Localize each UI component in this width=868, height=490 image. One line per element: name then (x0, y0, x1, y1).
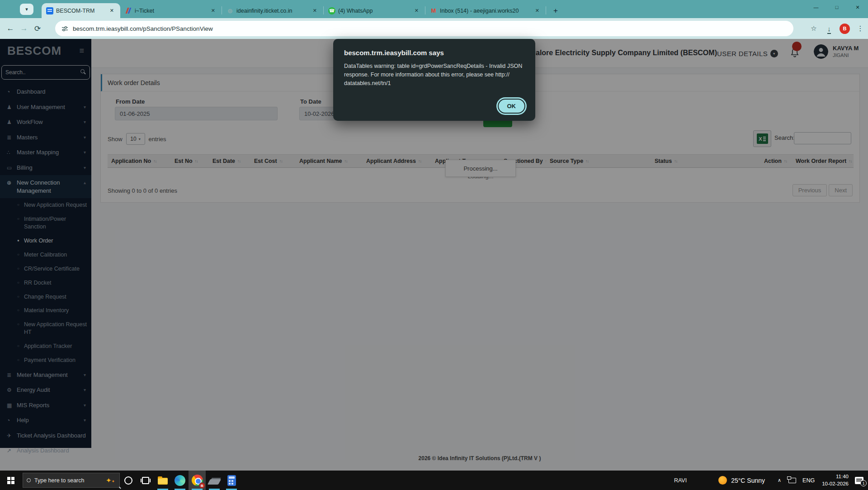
alert-dialog: bescom.trm.ieasybill.com says DataTables… (333, 39, 535, 121)
new-tab-button[interactable]: + (550, 5, 561, 17)
browser-profile-avatar[interactable]: B (840, 24, 850, 34)
tab-title: i~Ticket (135, 8, 206, 14)
reload-button[interactable]: ⟳ (31, 22, 44, 35)
taskbar-username: RAVI (674, 477, 687, 484)
search-icon (27, 478, 31, 482)
action-center-badge: 1 (860, 480, 867, 486)
edge-icon (175, 475, 185, 486)
windows-taskbar: Type here to search ✦✦ B RAVI 25°C Sunny… (0, 471, 868, 490)
forward-button[interactable]: → (17, 22, 31, 35)
tab-inbox[interactable]: M Inbox (514) - aeejigani.works20 ✕ (425, 3, 546, 18)
url-text: bescom.trm.ieasybill.com/pSanction/PSanc… (73, 25, 213, 32)
tab-iticket[interactable]: i~Ticket ✕ (120, 3, 222, 18)
tab-title: (4) WhatsApp (338, 8, 409, 14)
alert-title: bescom.trm.ieasybill.com says (344, 49, 524, 57)
close-window-button[interactable]: ✕ (847, 0, 868, 14)
whatsapp-favicon: ☎ (328, 7, 335, 14)
browser-tabstrip: ▾ BESCOM-TRM ✕ i~Ticket ✕ ⊚ ideainfinity… (0, 0, 868, 18)
tray-expand-icon[interactable]: ∧ (778, 477, 781, 483)
weather-text[interactable]: 25°C Sunny (731, 477, 765, 484)
screen: ▾ BESCOM-TRM ✕ i~Ticket ✕ ⊚ ideainfinity… (0, 0, 868, 490)
taskbar-app-loop[interactable] (120, 471, 137, 490)
language-indicator[interactable]: ENG (802, 477, 815, 484)
globe-favicon: ⊚ (226, 7, 234, 14)
tab-ideainfinity[interactable]: ⊚ ideainfinity.iticket.co.in ✕ (222, 3, 323, 18)
browser-menu-icon[interactable]: ⋮ (853, 24, 868, 33)
maximize-button[interactable]: □ (826, 0, 847, 14)
tab-whatsapp[interactable]: ☎ (4) WhatsApp ✕ (324, 3, 425, 18)
tab-close-icon[interactable]: ✕ (413, 7, 420, 14)
browser-toolbar: ← → ⟳ bescom.trm.ieasybill.com/pSanction… (0, 18, 868, 39)
gmail-favicon: M (430, 7, 437, 14)
bescom-favicon (46, 7, 53, 14)
taskbar-app-calculator[interactable] (223, 471, 240, 490)
taskbar-search-placeholder: Type here to search (34, 477, 84, 484)
copilot-sparkle-icon: ✦✦ (106, 476, 115, 485)
iticket-favicon (125, 7, 132, 14)
windows-logo-icon (7, 477, 14, 484)
taskbar-app-file-explorer[interactable] (154, 471, 171, 490)
system-tray: RAVI 25°C Sunny ∧ ENG 11:40 10-02-2026 1 (674, 471, 868, 490)
task-view-button[interactable] (137, 471, 154, 490)
minimize-button[interactable]: — (806, 0, 826, 14)
site-settings-icon (61, 25, 68, 32)
network-icon[interactable] (788, 478, 796, 483)
ok-button[interactable]: OK (498, 99, 526, 114)
back-button[interactable]: ← (4, 22, 17, 35)
clock[interactable]: 11:40 10-02-2026 (822, 473, 849, 487)
chrome-profile-badge: B (199, 482, 205, 489)
tab-title: BESCOM-TRM (56, 8, 104, 14)
taskbar-search[interactable]: Type here to search ✦✦ (23, 473, 120, 488)
window-controls: — □ ✕ (806, 0, 868, 14)
alert-body-line: DataTables warning: table id=grdPowerSan… (344, 62, 524, 71)
taskbar-app-edge[interactable] (171, 471, 189, 490)
calculator-icon (227, 475, 236, 486)
address-bar[interactable]: bescom.trm.ieasybill.com/pSanction/PSanc… (55, 21, 793, 36)
date: 10-02-2026 (822, 480, 849, 488)
download-icon[interactable]: ↓ (821, 25, 837, 33)
scanner-icon (208, 479, 221, 485)
ring-icon (124, 476, 132, 485)
bookmark-star-icon[interactable]: ☆ (806, 24, 821, 33)
tab-close-icon[interactable]: ✕ (311, 7, 319, 14)
taskbar-app-scanner[interactable] (206, 471, 223, 490)
tab-search-button[interactable]: ▾ (20, 4, 33, 15)
tab-close-icon[interactable]: ✕ (108, 7, 116, 14)
action-center-button[interactable]: 1 (855, 477, 863, 484)
chevron-down-icon: ▾ (25, 6, 28, 12)
start-button[interactable] (0, 471, 22, 490)
tab-close-icon[interactable]: ✕ (209, 7, 217, 14)
folder-icon (158, 478, 168, 485)
alert-body-line: datatables.net/tn/1 (344, 79, 524, 88)
taskbar-app-chrome[interactable]: B (189, 471, 206, 490)
time: 11:40 (822, 473, 849, 480)
alert-body-line: response. For more information about thi… (344, 71, 524, 79)
sun-icon (718, 476, 727, 485)
tab-bescom-trm[interactable]: BESCOM-TRM ✕ (42, 3, 120, 18)
task-view-icon (142, 477, 149, 484)
tab-title: Inbox (514) - aeejigani.works20 (440, 8, 530, 14)
tab-close-icon[interactable]: ✕ (533, 7, 541, 14)
tab-title: ideainfinity.iticket.co.in (236, 8, 307, 14)
